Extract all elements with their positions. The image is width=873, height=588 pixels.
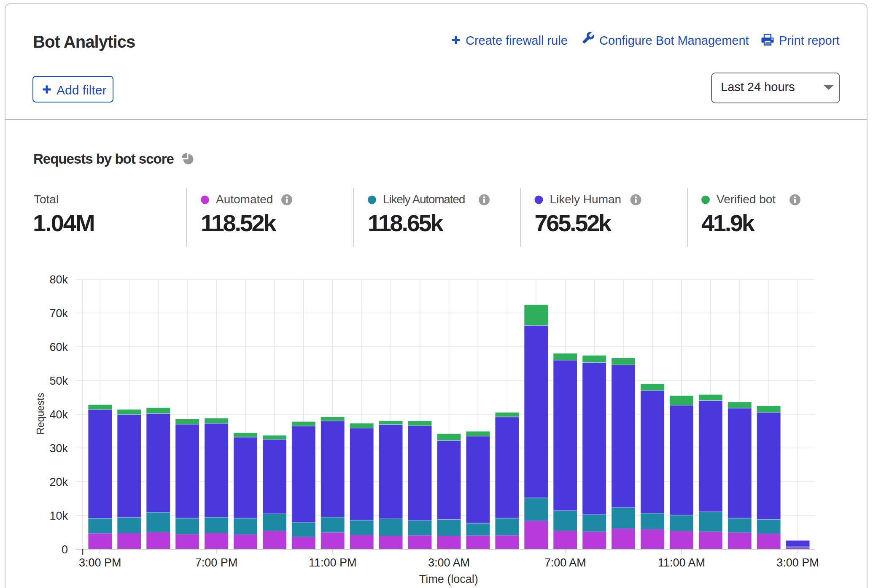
- svg-text:70k: 70k: [49, 307, 68, 320]
- svg-text:50k: 50k: [49, 375, 68, 387]
- svg-text:10k: 10k: [49, 510, 68, 522]
- svg-text:Requests: Requests: [35, 393, 46, 434]
- svg-text:80k: 80k: [49, 273, 68, 286]
- svg-text:40k: 40k: [49, 408, 68, 421]
- svg-text:11:00 AM: 11:00 AM: [658, 556, 705, 569]
- svg-text:7:00 PM: 7:00 PM: [195, 556, 238, 569]
- svg-text:60k: 60k: [49, 341, 68, 353]
- svg-text:3:00 PM: 3:00 PM: [776, 556, 819, 569]
- svg-text:20k: 20k: [49, 476, 68, 488]
- svg-text:3:00 AM: 3:00 AM: [428, 556, 470, 569]
- svg-text:30k: 30k: [49, 442, 68, 455]
- svg-text:Time (local): Time (local): [419, 573, 478, 585]
- svg-text:11:00 PM: 11:00 PM: [309, 556, 357, 569]
- svg-text:0: 0: [62, 543, 68, 556]
- svg-text:7:00 AM: 7:00 AM: [544, 556, 586, 569]
- svg-text:3:00 PM: 3:00 PM: [79, 556, 121, 569]
